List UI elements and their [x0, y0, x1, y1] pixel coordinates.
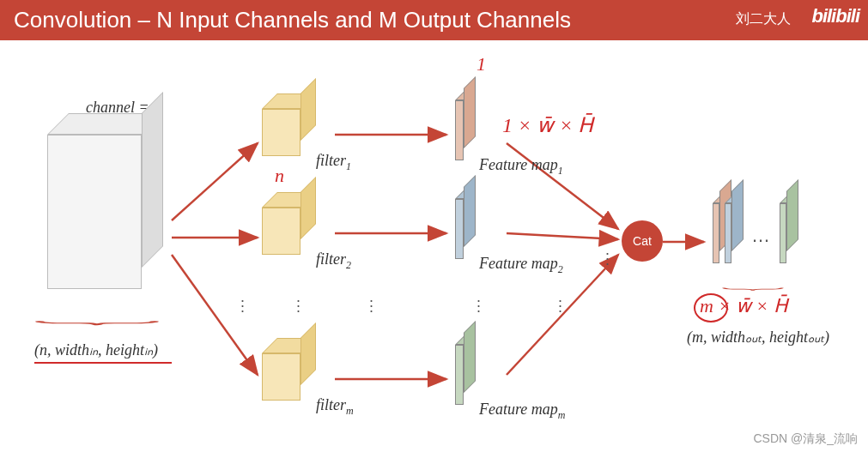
cat-node: Cat: [622, 220, 663, 262]
diagram-canvas: channel = n ⏟ (n, widthᵢₙ, heightᵢₙ) fil…: [0, 40, 868, 452]
slide-title: Convolution – N Input Channels and M Out…: [14, 7, 571, 33]
bilibili-logo: bilibili: [811, 5, 859, 27]
svg-line-0: [172, 143, 258, 220]
author-watermark: 刘二大人: [736, 10, 791, 28]
hand-dims-1: 1 × w̄ × H̄: [502, 113, 593, 137]
feature-map-label-2: Feature map2: [479, 255, 563, 276]
cat-label: Cat: [633, 234, 652, 248]
svg-line-7: [507, 233, 618, 239]
feature-map-label-m: Feature mapm: [479, 401, 565, 422]
filter-label-1: filter1: [316, 152, 351, 173]
hand-one: 1: [476, 53, 486, 75]
footer-watermark: CSDN @清泉_流响: [753, 431, 858, 447]
dots-arrow: ···: [240, 298, 245, 313]
output-shape-label: (m, widthₒᵤₜ, heightₒᵤₜ): [687, 328, 829, 347]
dots-cat: ···: [605, 250, 610, 266]
filter-label-2: filter2: [316, 250, 351, 272]
hand-m-output: m × w̄ × H̄: [700, 295, 788, 317]
input-brace: ⏟: [35, 303, 159, 327]
dots-arrow2: ···: [369, 298, 373, 313]
slide-header: Convolution – N Input Channels and M Out…: [0, 0, 868, 40]
dots-fmap: ···: [476, 298, 481, 313]
hand-n: n: [275, 165, 284, 187]
feature-map-label-1: Feature map1: [479, 156, 563, 178]
input-underline: [34, 362, 172, 364]
dots-filter: ···: [296, 298, 300, 313]
svg-line-2: [172, 255, 258, 375]
dots-fmap-arrow: ···: [558, 298, 562, 313]
input-shape-label: (n, widthᵢₙ, heightᵢₙ): [34, 341, 158, 359]
output-brace: ⏟: [722, 275, 784, 292]
output-dots: …: [751, 225, 774, 247]
filter-label-m: filterm: [316, 396, 354, 418]
